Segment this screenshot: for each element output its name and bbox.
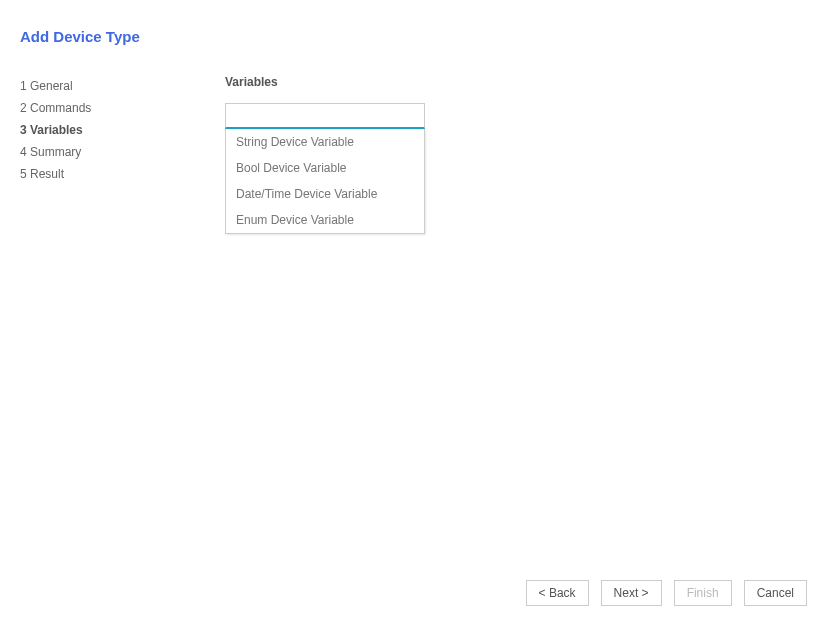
step-general[interactable]: 1 General [20, 75, 225, 97]
variable-type-menu: String Device Variable Bool Device Varia… [225, 129, 425, 234]
variable-type-dropdown[interactable]: String Device Variable Bool Device Varia… [225, 103, 425, 129]
step-variables[interactable]: 3 Variables [20, 119, 225, 141]
back-button[interactable]: < Back [526, 580, 589, 606]
option-enum-variable[interactable]: Enum Device Variable [226, 207, 424, 233]
step-result[interactable]: 5 Result [20, 163, 225, 185]
page-title: Add Device Type [0, 0, 827, 45]
wizard-button-bar: < Back Next > Finish Cancel [526, 580, 807, 606]
variable-type-input[interactable] [225, 103, 425, 129]
main-panel: Variables String Device Variable Bool De… [225, 75, 827, 185]
option-bool-variable[interactable]: Bool Device Variable [226, 155, 424, 181]
finish-button: Finish [674, 580, 732, 606]
cancel-button[interactable]: Cancel [744, 580, 807, 606]
wizard-steps-nav: 1 General 2 Commands 3 Variables 4 Summa… [20, 75, 225, 185]
step-summary[interactable]: 4 Summary [20, 141, 225, 163]
step-commands[interactable]: 2 Commands [20, 97, 225, 119]
option-string-variable[interactable]: String Device Variable [226, 129, 424, 155]
option-datetime-variable[interactable]: Date/Time Device Variable [226, 181, 424, 207]
next-button[interactable]: Next > [601, 580, 662, 606]
variables-label: Variables [225, 75, 827, 89]
